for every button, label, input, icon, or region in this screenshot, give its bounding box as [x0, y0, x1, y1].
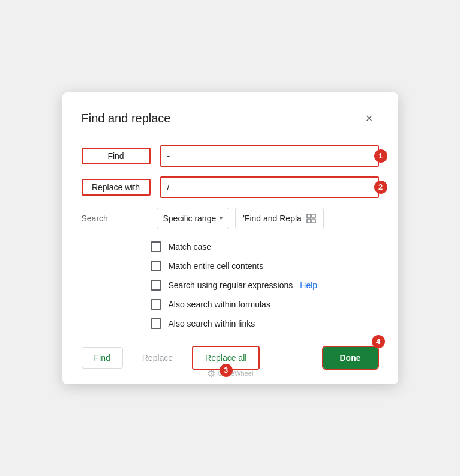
find-input-wrap	[160, 145, 379, 167]
watermark-icon: ⚙	[207, 368, 215, 379]
replace-all-wrap: Replace all 3	[192, 346, 260, 370]
dialog-footer: Find Replace Replace all 3 Done 4	[82, 346, 379, 370]
done-wrap: Done 4	[322, 346, 379, 370]
dialog-header: Find and replace ×	[82, 109, 379, 128]
chevron-down-icon: ▾	[220, 215, 223, 221]
search-label: Search	[82, 214, 151, 223]
find-input[interactable]	[161, 146, 378, 166]
close-button[interactable]: ×	[360, 109, 379, 128]
match-case-label: Match case	[169, 242, 212, 252]
done-button[interactable]: Done	[323, 347, 378, 369]
search-dropdown[interactable]: Specific range ▾	[157, 208, 230, 229]
svg-rect-3	[312, 219, 315, 223]
checkbox-regex: Search using regular expressions Help	[151, 280, 379, 291]
links-checkbox[interactable]	[151, 318, 161, 329]
svg-rect-2	[307, 219, 311, 223]
svg-rect-0	[307, 214, 311, 218]
done-badge: 4	[372, 335, 385, 348]
formulas-checkbox[interactable]	[151, 299, 161, 310]
match-entire-checkbox[interactable]	[151, 261, 161, 271]
formulas-label: Also search within formulas	[169, 300, 270, 309]
regex-help-link[interactable]: Help	[300, 280, 317, 290]
replace-badge: 2	[374, 181, 387, 194]
regex-label: Search using regular expressions	[169, 280, 293, 290]
dialog-title: Find and replace	[82, 112, 171, 125]
find-badge: 1	[374, 149, 387, 163]
checkbox-match-case: Match case	[151, 241, 379, 252]
range-text: 'Find and Repla	[243, 214, 302, 223]
checkbox-match-entire: Match entire cell contents	[151, 261, 379, 271]
replace-row: Replace with 2	[82, 176, 379, 198]
grid-icon	[306, 214, 316, 223]
range-button[interactable]: 'Find and Repla	[235, 208, 324, 229]
find-label: Find	[82, 148, 151, 164]
svg-rect-1	[312, 214, 315, 218]
links-label: Also search within links	[169, 319, 255, 328]
match-case-checkbox[interactable]	[151, 241, 161, 252]
checkboxes-section: Match case Match entire cell contents Se…	[151, 241, 379, 329]
find-replace-dialog: Find and replace × Find 1 Replace with 2…	[62, 92, 398, 384]
replace-button: Replace	[130, 347, 185, 369]
search-row: Search Specific range ▾ 'Find and Repla	[82, 208, 379, 229]
find-row: Find 1	[82, 145, 379, 167]
dropdown-label: Specific range	[163, 214, 217, 223]
find-button[interactable]: Find	[82, 347, 123, 369]
replace-label: Replace with	[82, 179, 151, 196]
replace-input-wrap	[160, 176, 379, 198]
replace-all-badge: 3	[220, 364, 233, 377]
checkbox-links: Also search within links	[151, 318, 379, 329]
replace-input[interactable]	[161, 178, 378, 197]
regex-checkbox[interactable]	[151, 280, 161, 291]
match-entire-label: Match entire cell contents	[169, 261, 264, 271]
checkbox-formulas: Also search within formulas	[151, 299, 379, 310]
